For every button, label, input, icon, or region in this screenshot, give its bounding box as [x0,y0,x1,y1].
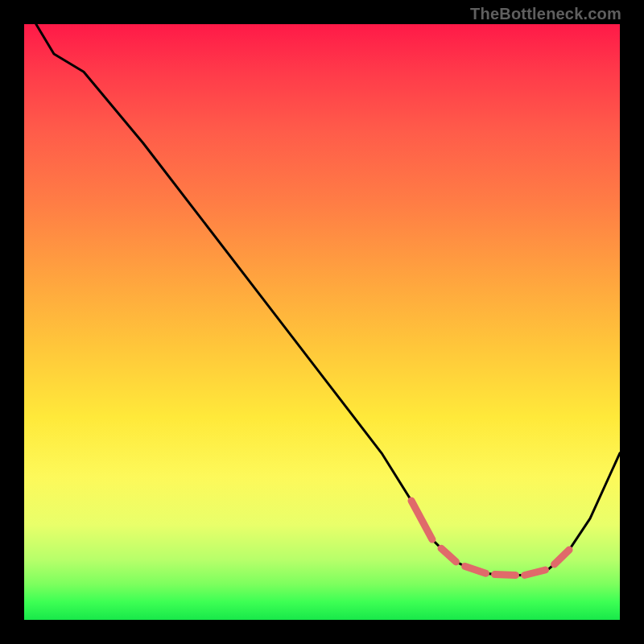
dash-segment [555,550,570,564]
trough-dash-markers [411,501,569,576]
watermark-label: TheBottleneck.com [470,5,621,23]
chart-svg [24,24,620,620]
dash-segment [495,575,516,576]
plot-area [24,24,620,620]
dash-segment [441,548,456,562]
bottleneck-curve [36,24,620,576]
dash-segment [525,570,546,576]
dash-segment [465,566,486,573]
dash-segment [411,501,432,539]
chart-stage: TheBottleneck.com [0,0,644,644]
